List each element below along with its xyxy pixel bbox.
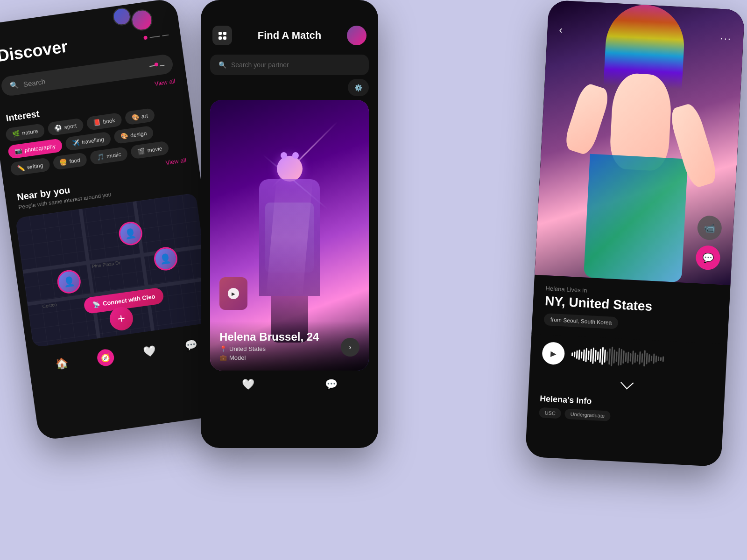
wave-bar-34 — [651, 356, 653, 361]
search-placeholder: Search — [23, 77, 46, 88]
wave-bar-5 — [583, 349, 585, 361]
tag-nature[interactable]: 🌿 nature — [5, 123, 45, 142]
tag-sport[interactable]: ⚽ sport — [47, 118, 84, 136]
wave-bar-16 — [608, 348, 611, 364]
tag-book[interactable]: 📕 book — [86, 112, 122, 131]
nav-home-icon[interactable]: 🏠 — [55, 357, 69, 371]
wave-bar-33 — [648, 354, 650, 363]
audio-play-button[interactable]: ▶ — [542, 342, 565, 365]
filter-icon[interactable] — [149, 63, 165, 68]
tag-movie-label: movie — [147, 145, 163, 154]
card-info: Helena Brussel, 24 📍 United States 💼 Mod… — [210, 321, 369, 371]
arm-left — [562, 82, 611, 156]
wave-bar-12 — [599, 349, 601, 363]
tag-sport-label: sport — [64, 122, 77, 131]
tag-book-label: book — [103, 117, 116, 125]
wave-bar-18 — [613, 350, 615, 364]
wave-bar-6 — [585, 348, 587, 362]
phone-find-match: Find A Match 🔍 Search your partner ⚙️ — [201, 0, 378, 448]
wave-bar-19 — [616, 351, 618, 362]
search-icon-p2: 🔍 — [218, 61, 226, 69]
card-person-name: Helena Brussel, 24 — [219, 330, 319, 343]
info-pill-undergraduate: Undergraduate — [564, 409, 610, 421]
tag-design-label: design — [130, 130, 147, 139]
match-card: ▶ Helena Brussel, 24 📍 United States 💼 M… — [210, 100, 369, 371]
more-options-button[interactable]: ··· — [720, 32, 732, 45]
figure-body — [259, 179, 320, 296]
wave-bar-32 — [646, 352, 648, 364]
next-card-button[interactable]: › — [341, 338, 359, 357]
wave-bar-7 — [588, 350, 590, 360]
audio-player: ▶ — [542, 342, 715, 373]
tag-writing[interactable]: ✏️ writing — [10, 157, 50, 176]
video-call-button[interactable]: 📹 — [697, 215, 723, 241]
tag-music[interactable]: 🎵 music — [89, 147, 128, 165]
wave-bar-8 — [590, 349, 592, 362]
phone-profile: ‹ ··· 📹 💬 Helena Lives in NY, United Sta… — [525, 0, 745, 467]
p2-chat-icon[interactable]: 💬 — [325, 378, 338, 391]
briefcase-icon: 💼 — [219, 354, 227, 361]
wave-bar-26 — [632, 350, 634, 364]
play-icon-small[interactable]: ▶ — [228, 288, 239, 299]
wave-bar-35 — [653, 353, 655, 364]
wave-bar-10 — [595, 350, 597, 361]
dress-area — [584, 154, 688, 282]
wave-bar-29 — [639, 351, 641, 364]
nav-compass-icon[interactable]: 🧭 — [96, 348, 115, 367]
plus-icon: + — [117, 311, 127, 327]
wave-bar-9 — [592, 347, 594, 364]
profile-info: Helena Lives in NY, United States from S… — [531, 275, 730, 344]
connect-btn-label: Connect with Cleo — [102, 293, 155, 307]
p2-heart-icon[interactable]: 🤍 — [242, 378, 254, 391]
wave-bar-38 — [660, 357, 662, 361]
play-overlay: ▶ — [219, 277, 247, 310]
grid-menu-icon[interactable] — [212, 26, 232, 45]
location-pin-icon: 📍 — [219, 345, 227, 352]
tag-design[interactable]: 🎨 design — [113, 126, 155, 144]
wifi-icon: 📡 — [92, 301, 100, 308]
tag-music-label: music — [106, 151, 121, 159]
wave-bar-1 — [574, 352, 576, 357]
message-icon: 💬 — [702, 252, 714, 264]
wave-bar-20 — [618, 348, 620, 366]
filter-sliders-icon: ⚙️ — [354, 84, 362, 91]
wave-bar-39 — [662, 356, 664, 362]
tag-travelling[interactable]: ✈️ travelling — [64, 132, 111, 151]
profile-hero: ‹ ··· 📹 💬 — [535, 0, 745, 285]
p2-bottom-nav: 🤍 💬 — [201, 373, 378, 396]
wave-bar-11 — [597, 351, 599, 360]
video-camera-icon: 📹 — [704, 222, 716, 234]
figure-head — [277, 156, 303, 182]
wave-bar-3 — [578, 350, 580, 360]
wave-bar-25 — [630, 353, 632, 362]
tag-art[interactable]: 🎨 art — [124, 108, 155, 125]
tag-food[interactable]: 🍔 food — [52, 152, 88, 170]
wave-bar-4 — [581, 351, 583, 358]
nav-heart-icon[interactable]: 🤍 — [142, 344, 156, 358]
info-pill-usc: USC — [539, 407, 561, 419]
grid-dot-1 — [218, 32, 222, 35]
find-match-header: Find A Match — [201, 0, 378, 52]
find-match-title: Find A Match — [258, 29, 321, 42]
tag-photography[interactable]: 📷 photography — [7, 138, 63, 159]
chevron-down-icon — [620, 376, 634, 389]
wave-bar-31 — [643, 350, 646, 366]
wave-bar-28 — [637, 354, 639, 361]
filter-container: ⚙️ — [210, 79, 369, 96]
back-button[interactable]: ‹ — [559, 24, 563, 36]
user-avatar[interactable] — [347, 26, 366, 45]
tag-art-label: art — [141, 112, 148, 119]
message-button[interactable]: 💬 — [695, 245, 721, 271]
partner-search-container[interactable]: 🔍 Search your partner — [210, 55, 369, 75]
tag-movie[interactable]: 🎬 movie — [130, 140, 169, 159]
phone-discover: Discover 🔍 Search View all Interest 🌿 na… — [0, 0, 234, 441]
discover-title: Discover — [0, 36, 69, 66]
video-thumbnail[interactable]: ▶ — [219, 277, 247, 310]
map-area: 👤 👤 👤 Pine Plaza Dr Costco 📡 Connect wit… — [15, 193, 214, 348]
grid-dot-3 — [218, 36, 222, 40]
tag-food-label: food — [69, 156, 81, 164]
search-icon: 🔍 — [9, 81, 19, 90]
wave-bar-36 — [655, 355, 657, 362]
filter-button[interactable]: ⚙️ — [348, 79, 369, 96]
nav-chat-icon[interactable]: 💬 — [184, 339, 198, 353]
